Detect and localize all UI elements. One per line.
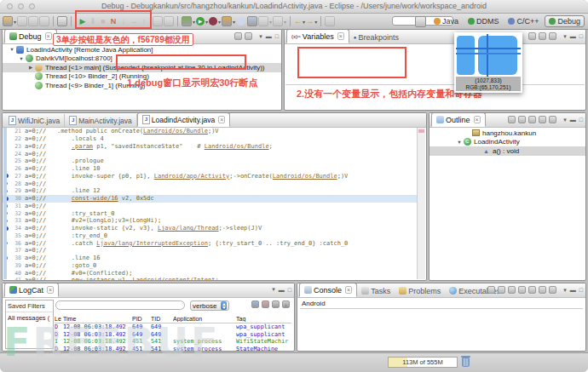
code-editor[interactable]: 21a=0;// .method public onCreate(Landroi… — [3, 128, 418, 280]
close-icon[interactable]: × — [47, 286, 54, 294]
editor-tab-wifijnic-java[interactable]: JWifiJniC.java — [4, 114, 65, 127]
disconnect-icon[interactable]: N — [108, 15, 118, 27]
tab-outline[interactable]: Outline × — [431, 112, 486, 127]
view-menu-icon[interactable]: ▾ — [563, 117, 567, 123]
minimize-icon[interactable]: ▬ — [570, 33, 576, 39]
tree-expander-icon[interactable]: ▼ — [455, 140, 464, 145]
search-icon[interactable] — [247, 15, 257, 27]
minimize-icon[interactable]: ▬ — [266, 33, 272, 39]
maximize-icon[interactable]: □ — [579, 117, 583, 123]
suspend-icon[interactable]: ‖ — [88, 15, 98, 27]
logcat-row[interactable]: D12-08 06:03:18.492649649wpa_supplicant — [55, 323, 295, 331]
terminate-console-icon[interactable] — [487, 286, 495, 294]
display-console-icon[interactable] — [539, 286, 546, 294]
editor-tab-loadindactivity-java[interactable]: JLoadindActivity.java× — [137, 112, 231, 127]
tree-expander-icon[interactable]: ▼ — [8, 47, 16, 52]
open-type-icon[interactable] — [236, 15, 246, 27]
perspective-ddms[interactable]: DDMS — [464, 16, 503, 26]
outline-item[interactable]: ▼CLoadindActivity — [429, 138, 585, 147]
debug-tree-row[interactable]: ▼LoadindActivity [Remote Java Applicatio… — [3, 45, 281, 54]
minimize-icon[interactable]: ▬ — [570, 117, 576, 123]
view-menu-icon[interactable]: ▾ — [272, 286, 275, 293]
show-logical-structures-icon[interactable] — [539, 32, 546, 40]
hide-fields-icon[interactable] — [528, 116, 536, 123]
clear-log-icon[interactable] — [262, 300, 269, 308]
trash-icon[interactable] — [462, 358, 470, 367]
tab-variables[interactable]: (x)=Variables× — [286, 29, 349, 43]
close-icon[interactable]: × — [345, 286, 352, 294]
debug-launch-icon[interactable]: ▾ — [182, 15, 195, 27]
next-annotation-icon[interactable]: ▾ — [273, 15, 286, 27]
logcat-filter-input[interactable] — [55, 300, 185, 310]
display-filters-icon[interactable] — [272, 300, 280, 308]
minimize-icon[interactable]: ▬ — [279, 287, 285, 293]
annotation-nav-icon[interactable]: ▾ — [258, 15, 272, 27]
hide-static-icon[interactable] — [539, 116, 546, 123]
coverage-launch-icon[interactable]: ▾ — [209, 15, 221, 27]
drop-to-frame-icon[interactable] — [153, 15, 163, 27]
tab-logcat[interactable]: LogCat × — [4, 283, 59, 297]
variables-detail-sash[interactable] — [285, 84, 585, 85]
outline-item[interactable]: hangzhou.kankun — [429, 129, 585, 138]
tab-console[interactable]: Console× — [299, 283, 357, 297]
logcat-row[interactable]: D12-08 06:03:18.492649649wpa_supplicant — [55, 331, 295, 339]
external-tools-icon[interactable]: ▾ — [222, 15, 235, 27]
step-into-icon[interactable]: ↓ — [118, 15, 129, 27]
outline-item[interactable]: ▲a() : void — [429, 146, 585, 156]
scroll-lock-icon[interactable] — [518, 286, 526, 294]
logcat-row[interactable]: D12-08 06:03:18.492451541system_processS… — [55, 346, 295, 352]
perspective-java[interactable]: Java — [430, 16, 462, 26]
close-icon[interactable]: × — [45, 32, 52, 40]
new-wizard-icon[interactable]: ▾ — [3, 15, 16, 27]
maximize-icon[interactable]: □ — [579, 287, 583, 293]
maximize-icon[interactable]: □ — [579, 33, 583, 39]
close-icon[interactable]: × — [337, 32, 344, 40]
step-filters-toggle-icon[interactable] — [245, 32, 252, 40]
pin-editor-icon[interactable] — [325, 15, 335, 27]
pin-console-icon[interactable] — [528, 286, 536, 294]
use-step-filters-icon[interactable] — [164, 15, 174, 27]
tree-expander-icon[interactable]: ▼ — [17, 56, 26, 61]
save-icon[interactable] — [17, 15, 27, 27]
open-perspective-icon[interactable] — [415, 16, 426, 27]
view-menu-icon[interactable]: ▾ — [259, 33, 262, 40]
tab-problems[interactable]: Problems — [395, 284, 445, 297]
maximize-icon[interactable]: □ — [288, 287, 291, 293]
tab-debug[interactable]: Debug × — [4, 29, 57, 43]
debug-tree-row[interactable]: ▼DalvikVM[localhost:8700] — [3, 54, 281, 64]
debug-tree-row[interactable]: Thread [<9> Binder_1] (Running) — [3, 81, 281, 90]
editor-tab-mainactivity-java[interactable]: JMainActivity.java — [65, 114, 137, 127]
logcat-filter-item[interactable]: All messages ( — [6, 312, 53, 323]
close-icon[interactable]: × — [218, 116, 225, 123]
maximize-icon[interactable]: □ — [275, 33, 279, 39]
minimize-icon[interactable]: ▬ — [570, 287, 576, 293]
remove-terminated-icon[interactable] — [234, 32, 242, 40]
collapse-all-icon[interactable] — [549, 32, 556, 40]
build-all-icon[interactable] — [57, 15, 67, 27]
resume-icon[interactable]: ▶ — [78, 15, 88, 27]
editor-scrollbar[interactable] — [417, 128, 425, 279]
forward-history-icon[interactable]: →▾ — [306, 15, 317, 27]
collapse-all-icon[interactable] — [508, 116, 516, 123]
step-over-icon[interactable]: → — [129, 15, 139, 27]
save-log-icon[interactable] — [251, 300, 259, 308]
remove-launch-icon[interactable] — [498, 286, 505, 294]
clear-console-icon[interactable] — [508, 286, 516, 294]
logcat-row[interactable]: I12-08 06:03:18.492451541system_processW… — [55, 338, 295, 346]
hide-nonpublic-icon[interactable] — [549, 116, 556, 123]
close-icon[interactable]: × — [474, 116, 481, 123]
sort-icon[interactable] — [518, 116, 526, 123]
tab-breakpoints[interactable]: ●Breakpoints — [349, 31, 403, 43]
view-menu-icon[interactable]: ▾ — [563, 287, 567, 294]
back-history-icon[interactable]: ←▾ — [294, 15, 305, 27]
export-log-icon[interactable]: ↓ — [282, 300, 290, 308]
perspective-cc[interactable]: C/C++ — [504, 16, 542, 26]
open-console-icon[interactable] — [549, 286, 556, 294]
overview-marker-icon[interactable] — [418, 129, 424, 133]
view-menu-icon[interactable]: ▾ — [563, 33, 567, 40]
tree-expander-icon[interactable]: ▶ — [26, 65, 35, 70]
debug-tree-row[interactable]: ▶Thread [<1> main] (Suspended (breakpoin… — [3, 63, 281, 72]
step-return-icon[interactable]: ↑ — [139, 15, 149, 27]
logcat-level-select[interactable]: verbose — [190, 300, 229, 311]
debug-tree-row[interactable]: Thread [<10> Binder_2] (Running) — [3, 72, 281, 82]
